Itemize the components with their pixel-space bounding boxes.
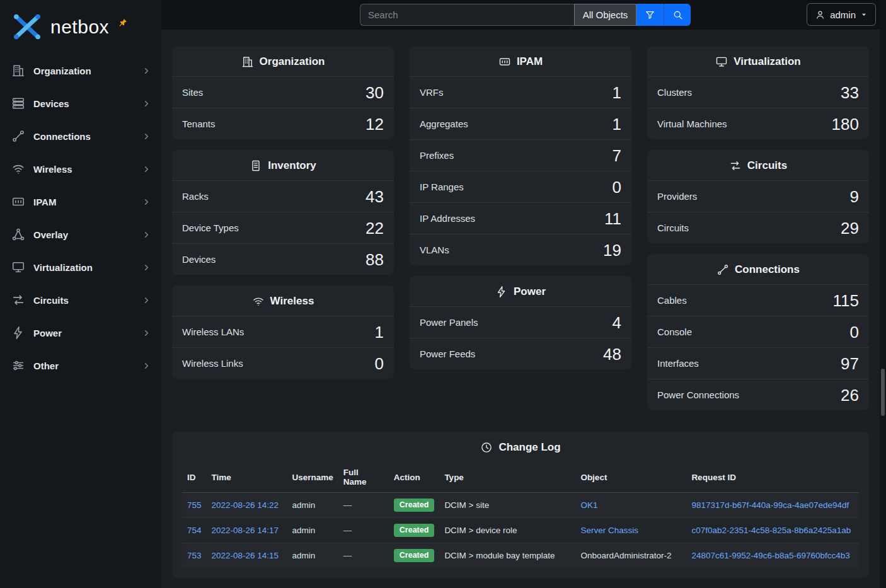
stat-label: Clusters [657, 87, 692, 98]
history-icon [480, 441, 493, 454]
chevron-right-icon [142, 99, 151, 108]
stat-value[interactable]: 97 [841, 355, 859, 372]
sidebar-item-virtualization[interactable]: Virtualization [0, 251, 161, 284]
chevron-right-icon [142, 328, 151, 338]
time-link[interactable]: 2022-08-26 14:15 [212, 551, 279, 560]
stat-value[interactable]: 43 [365, 188, 384, 205]
stat-value[interactable]: 180 [832, 116, 859, 132]
stat-value[interactable]: 12 [365, 116, 384, 132]
person-icon [815, 9, 826, 20]
stat-value[interactable]: 4 [613, 314, 621, 331]
stat-value[interactable]: 0 [850, 324, 859, 340]
stat-row: Device Types22 [172, 212, 394, 243]
card-header: Connections [647, 254, 869, 284]
time-link[interactable]: 2022-08-26 14:17 [212, 526, 279, 535]
stat-value[interactable]: 9 [850, 188, 859, 205]
user-menu-button[interactable]: admin [807, 3, 876, 26]
stat-value[interactable]: 1 [613, 84, 621, 101]
cell-full-name: — [343, 526, 352, 535]
changelog-body: 7552022-08-26 14:22admin—CreatedDCIM > s… [182, 493, 859, 568]
cell-full-name: — [343, 500, 352, 510]
stat-value[interactable]: 7 [613, 147, 621, 164]
stat-label: Sites [182, 87, 203, 98]
inventory-icon [250, 159, 262, 172]
sidebar-item-devices[interactable]: Devices [0, 87, 161, 120]
object-link[interactable]: Server Chassis [580, 526, 638, 535]
connections-icon [716, 263, 729, 276]
sidebar-item-other[interactable]: Other [0, 349, 161, 382]
stat-value[interactable]: 0 [613, 179, 621, 195]
pin-icon[interactable] [118, 18, 128, 28]
card-header: IPAM [410, 46, 631, 76]
stat-row: Aggregates1 [410, 108, 631, 139]
filter-button[interactable] [636, 4, 664, 26]
column-header: Action [389, 462, 440, 493]
time-link[interactable]: 2022-08-26 14:22 [212, 500, 279, 510]
monitor-icon [11, 260, 25, 274]
caret-down-icon [860, 11, 868, 18]
id-link[interactable]: 753 [187, 551, 202, 560]
stat-row: Racks43 [172, 180, 394, 212]
wifi-icon [252, 295, 265, 308]
sidebar-item-circuits[interactable]: Circuits [0, 284, 161, 316]
search-button[interactable] [664, 4, 691, 26]
stat-value[interactable]: 1 [375, 324, 384, 340]
search-icon [672, 9, 683, 20]
lightning-icon [11, 326, 25, 340]
stat-label: Virtual Machines [657, 118, 727, 129]
stat-value[interactable]: 48 [603, 346, 621, 362]
stat-value[interactable]: 19 [603, 242, 621, 258]
card-title: Wireless [270, 295, 314, 308]
netbox-logo-link[interactable]: netbox [0, 0, 161, 50]
stat-label: Interfaces [657, 358, 699, 369]
column-header: Time [207, 462, 287, 493]
stat-row: Power Feeds48 [410, 338, 631, 369]
stat-value[interactable]: 26 [841, 387, 859, 403]
id-link[interactable]: 755 [187, 500, 202, 510]
sidebar-item-organization[interactable]: Organization [0, 54, 161, 87]
sidebar-item-overlay[interactable]: Overlay [0, 218, 161, 251]
stat-value[interactable]: 115 [833, 292, 859, 309]
sidebar-item-connections[interactable]: Connections [0, 120, 161, 153]
changelog-card: Change Log IDTimeUsernameFull NameAction… [172, 432, 869, 578]
stat-label: Devices [182, 254, 216, 265]
action-badge: Created [394, 549, 435, 562]
wifi-icon [11, 162, 25, 176]
stat-label: Power Connections [657, 389, 739, 400]
card-title: Circuits [747, 159, 787, 172]
stat-value[interactable]: 88 [365, 251, 384, 268]
object-type-button[interactable]: All Objects [574, 4, 636, 26]
stat-label: Power Panels [420, 317, 478, 328]
stat-value[interactable]: 33 [841, 84, 859, 101]
stat-value[interactable]: 22 [365, 220, 384, 236]
cell-full-name: — [343, 551, 352, 560]
stat-value[interactable]: 1 [613, 116, 621, 132]
stat-value[interactable]: 30 [365, 84, 384, 101]
action-badge: Created [394, 499, 435, 512]
ipam-card: IPAM VRFs1Aggregates1Prefixes7IP Ranges0… [410, 46, 631, 265]
request-id-link[interactable]: 9817317d-b67f-440a-99ca-4ae07ede94df [691, 500, 849, 510]
card-header: Circuits [647, 150, 869, 180]
user-menu-label: admin [830, 9, 856, 20]
request-id-link[interactable]: c07f0ab2-2351-4c58-825a-8b6a2425a1ab [691, 526, 851, 535]
sidebar-item-power[interactable]: Power [0, 316, 161, 349]
stat-value[interactable]: 11 [604, 210, 621, 227]
cell-username: admin [292, 526, 316, 535]
id-link[interactable]: 754 [187, 526, 202, 535]
stat-row: Cables115 [647, 284, 869, 316]
sidebar-item-label: IPAM [33, 197, 142, 207]
stat-value[interactable]: 0 [375, 355, 384, 372]
object-link[interactable]: OK1 [580, 500, 597, 510]
stat-label: Cables [657, 295, 687, 306]
stat-label: Racks [182, 191, 209, 202]
cell-type: DCIM > module bay template [444, 551, 555, 560]
dashboard-column-3: Virtualization Clusters33Virtual Machine… [647, 46, 869, 410]
scrollbar-thumb[interactable] [881, 369, 885, 416]
stat-value[interactable]: 29 [841, 220, 859, 236]
scrollbar[interactable] [880, 0, 886, 588]
sidebar-item-wireless[interactable]: Wireless [0, 153, 161, 185]
search-input[interactable] [360, 4, 574, 26]
request-id-link[interactable]: 24807c61-9952-49c6-b8a5-69760bfcc4b3 [691, 551, 849, 560]
card-title: Change Log [498, 441, 560, 454]
sidebar-item-ipam[interactable]: IPAM [0, 185, 161, 218]
